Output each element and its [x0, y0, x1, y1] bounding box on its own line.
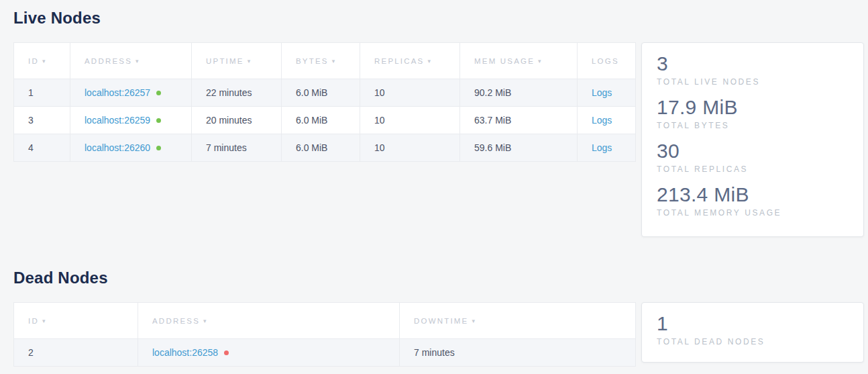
live-nodes-table: ID▾ ADDRESS▾ UPTIME▾ BYTES▾ REPLICAS▾ [13, 42, 636, 162]
logs-link[interactable]: Logs [592, 87, 612, 98]
cell-node-address: localhost:26260 [70, 134, 192, 162]
live-nodes-title: Live Nodes [13, 9, 863, 27]
cell-node-id: 1 [14, 79, 70, 107]
dead-nodes-summary-card: 1 TOTAL DEAD NODES [641, 302, 864, 363]
dead-nodes-title: Dead Nodes [13, 269, 863, 287]
stat-value: 213.4 MiB [657, 183, 849, 207]
live-status-dot-icon [156, 91, 161, 95]
stat-label: TOTAL REPLICAS [657, 165, 849, 174]
cell-replicas: 10 [360, 107, 460, 134]
column-header-label: REPLICAS [374, 57, 424, 65]
dead-table-header-row: ID▾ ADDRESS▾ DOWNTIME▾ [14, 303, 636, 339]
page-content: Live Nodes ID▾ ADDRESS▾ [0, 0, 868, 367]
stat-label: TOTAL MEMORY USAGE [657, 208, 849, 218]
live-nodes-summary-card: 3 TOTAL LIVE NODES 17.9 MiB TOTAL BYTES … [641, 42, 864, 237]
column-header-label: ID [28, 317, 39, 325]
cell-node-id: 4 [14, 134, 70, 162]
column-header-mem-usage[interactable]: MEM USAGE▾ [460, 43, 578, 79]
summary-stat: 1 TOTAL DEAD NODES [657, 312, 849, 346]
stat-label: TOTAL BYTES [657, 121, 849, 130]
dead-nodes-section: Dead Nodes ID▾ ADDRESS▾ DOWNTI [13, 269, 863, 367]
column-header-downtime[interactable]: DOWNTIME▾ [400, 303, 636, 339]
column-header-id[interactable]: ID▾ [14, 303, 138, 339]
column-header-address[interactable]: ADDRESS▾ [138, 303, 400, 339]
sort-arrow-icon: ▾ [203, 318, 208, 324]
column-header-label: DOWNTIME [414, 317, 468, 325]
column-header-label: ID [28, 57, 39, 65]
column-header-logs: LOGS [578, 43, 636, 79]
cell-node-address: localhost:26258 [138, 339, 400, 367]
sort-arrow-icon: ▾ [42, 58, 47, 64]
stat-value: 30 [657, 139, 849, 163]
table-row: 3 localhost:26259 20 minutes 6.0 MiB 10 … [14, 107, 636, 134]
column-header-label: BYTES [296, 57, 329, 65]
stat-label: TOTAL LIVE NODES [657, 77, 849, 87]
node-address-link[interactable]: localhost:26260 [85, 142, 150, 153]
summary-stat: 30 TOTAL REPLICAS [657, 139, 849, 174]
column-header-label: UPTIME [206, 57, 244, 65]
summary-stat: 17.9 MiB TOTAL BYTES [657, 95, 849, 130]
cell-node-id: 2 [14, 339, 138, 367]
cell-bytes: 6.0 MiB [282, 107, 360, 134]
dead-nodes-table: ID▾ ADDRESS▾ DOWNTIME▾ 2 localhost:26258 [13, 302, 636, 367]
cell-logs: Logs [578, 107, 636, 134]
live-nodes-row: ID▾ ADDRESS▾ UPTIME▾ BYTES▾ REPLICAS▾ [13, 42, 863, 237]
sort-arrow-icon: ▾ [42, 318, 47, 324]
logs-link[interactable]: Logs [592, 142, 612, 153]
summary-stat: 213.4 MiB TOTAL MEMORY USAGE [657, 183, 849, 218]
column-header-id[interactable]: ID▾ [14, 43, 70, 79]
table-row: 2 localhost:26258 7 minutes [14, 339, 636, 367]
column-header-bytes[interactable]: BYTES▾ [282, 43, 360, 79]
column-header-uptime[interactable]: UPTIME▾ [192, 43, 282, 79]
sort-arrow-icon: ▾ [332, 58, 337, 64]
cell-uptime: 20 minutes [192, 107, 282, 134]
live-nodes-section: Live Nodes ID▾ ADDRESS▾ [13, 9, 863, 237]
column-header-label: MEM USAGE [474, 57, 535, 65]
stat-value: 1 [657, 312, 849, 336]
logs-link[interactable]: Logs [592, 115, 612, 126]
sort-arrow-icon: ▾ [248, 58, 252, 64]
live-table-header-row: ID▾ ADDRESS▾ UPTIME▾ BYTES▾ REPLICAS▾ [14, 43, 636, 79]
sort-arrow-icon: ▾ [427, 58, 432, 64]
cell-node-address: localhost:26259 [70, 107, 192, 134]
column-header-label: ADDRESS [152, 317, 200, 325]
sort-arrow-icon: ▾ [538, 58, 543, 64]
live-status-dot-icon [156, 146, 161, 150]
cell-node-id: 3 [14, 107, 70, 134]
dead-nodes-row: ID▾ ADDRESS▾ DOWNTIME▾ 2 localhost:26258 [13, 302, 863, 367]
node-address-link[interactable]: localhost:26259 [85, 115, 150, 126]
cell-uptime: 7 minutes [192, 134, 282, 162]
table-row: 4 localhost:26260 7 minutes 6.0 MiB 10 5… [14, 134, 636, 162]
node-address-link[interactable]: localhost:26257 [85, 87, 150, 98]
nodes-overview-page: { "icons": { "sort_arrow": "▾" }, "color… [0, 0, 868, 374]
column-header-address[interactable]: ADDRESS▾ [70, 43, 192, 79]
cell-logs: Logs [578, 134, 636, 162]
stat-value: 3 [657, 52, 849, 76]
stat-label: TOTAL DEAD NODES [657, 337, 849, 346]
sort-arrow-icon: ▾ [472, 318, 476, 324]
cell-mem-usage: 63.7 MiB [460, 107, 578, 134]
dead-status-dot-icon [224, 350, 229, 355]
cell-node-address: localhost:26257 [70, 79, 192, 107]
live-status-dot-icon [156, 118, 161, 123]
column-header-label: LOGS [592, 57, 619, 65]
summary-stat: 3 TOTAL LIVE NODES [657, 52, 849, 87]
cell-bytes: 6.0 MiB [282, 79, 360, 107]
cell-logs: Logs [578, 79, 636, 107]
column-header-label: ADDRESS [85, 57, 132, 65]
cell-mem-usage: 90.2 MiB [460, 79, 578, 107]
stat-value: 17.9 MiB [657, 95, 849, 120]
cell-uptime: 22 minutes [192, 79, 282, 107]
cell-mem-usage: 59.6 MiB [460, 134, 578, 162]
cell-replicas: 10 [360, 134, 460, 162]
table-row: 1 localhost:26257 22 minutes 6.0 MiB 10 … [14, 79, 636, 107]
cell-downtime: 7 minutes [400, 339, 636, 367]
cell-bytes: 6.0 MiB [282, 134, 360, 162]
cell-replicas: 10 [360, 79, 460, 107]
sort-arrow-icon: ▾ [135, 58, 140, 64]
node-address-link[interactable]: localhost:26258 [152, 347, 218, 358]
column-header-replicas[interactable]: REPLICAS▾ [360, 43, 460, 79]
